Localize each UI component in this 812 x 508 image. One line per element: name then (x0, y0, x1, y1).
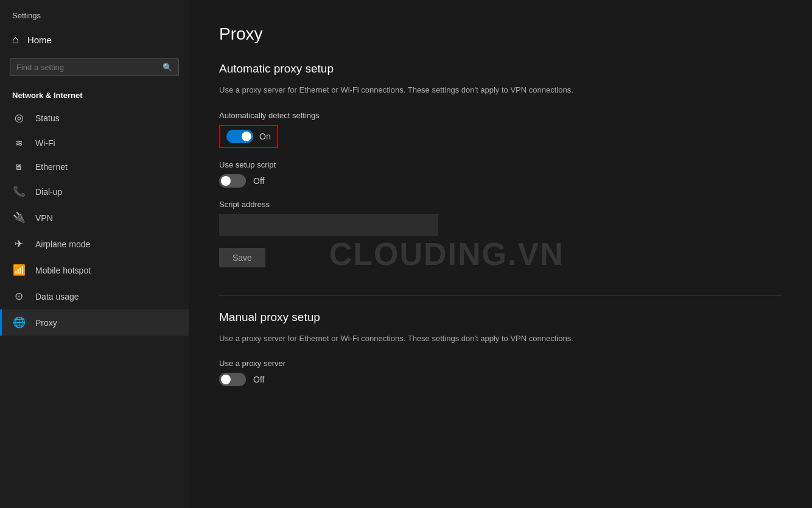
sidebar-item-label: Status (35, 113, 60, 123)
sidebar-home-item[interactable]: ⌂ Home (0, 26, 189, 54)
use-proxy-label: Use a proxy server (219, 359, 782, 368)
auto-detect-toggle[interactable] (226, 130, 253, 143)
use-proxy-toggle[interactable] (219, 373, 246, 386)
setup-script-row: Use setup script Off (219, 160, 782, 188)
home-icon: ⌂ (12, 34, 19, 46)
setup-script-toggle-row: Off (219, 174, 782, 188)
script-address-input[interactable] (219, 214, 438, 236)
sidebar-item-hotspot[interactable]: 📶 Mobile hotspot (0, 257, 189, 283)
dialup-icon: 📞 (12, 185, 26, 198)
search-icon: 🔍 (163, 63, 172, 72)
auto-detect-state: On (259, 132, 271, 141)
auto-section-title: Automatic proxy setup (219, 62, 782, 76)
sidebar-item-datausage[interactable]: ⊙ Data usage (0, 283, 189, 309)
auto-detect-highlight: On (219, 125, 278, 148)
manual-section-desc: Use a proxy server for Ethernet or Wi-Fi… (219, 333, 584, 345)
airplane-icon: ✈ (12, 238, 26, 250)
sidebar-item-label: VPN (35, 213, 53, 223)
script-address-row: Script address (219, 200, 782, 236)
sidebar-item-label: Proxy (35, 318, 57, 328)
search-bar: 🔍 (10, 58, 179, 76)
manual-section-title: Manual proxy setup (219, 311, 782, 324)
sidebar-item-label: Airplane mode (35, 239, 90, 249)
sidebar-item-wifi[interactable]: ≋ Wi-Fi (0, 131, 189, 155)
vpn-icon: 🔌 (12, 211, 26, 224)
sidebar-item-dialup[interactable]: 📞 Dial-up (0, 178, 189, 205)
hotspot-icon: 📶 (12, 264, 26, 277)
main-content: Proxy Automatic proxy setup Use a proxy … (189, 0, 812, 508)
sidebar-item-proxy[interactable]: 🌐 Proxy (0, 309, 189, 336)
setup-script-toggle[interactable] (219, 174, 246, 188)
sidebar-item-airplane[interactable]: ✈ Airplane mode (0, 231, 189, 257)
proxy-icon: 🌐 (12, 316, 26, 329)
use-proxy-state: Off (253, 375, 264, 384)
auto-section-desc: Use a proxy server for Ethernet or Wi-Fi… (219, 84, 584, 96)
sidebar: Settings ⌂ Home 🔍 Network & Internet ◎ S… (0, 0, 189, 508)
home-label: Home (27, 35, 52, 45)
status-icon: ◎ (12, 111, 26, 124)
auto-detect-row: Automatically detect settings On (219, 111, 782, 148)
auto-detect-label: Automatically detect settings (219, 111, 782, 120)
sidebar-item-label: Wi-Fi (35, 138, 55, 148)
sidebar-item-label: Ethernet (35, 162, 68, 172)
ethernet-icon: 🖥 (12, 162, 26, 172)
sidebar-item-ethernet[interactable]: 🖥 Ethernet (0, 155, 189, 178)
sidebar-item-label: Data usage (35, 292, 79, 302)
save-button[interactable]: Save (219, 248, 265, 267)
page-title: Proxy (219, 24, 782, 44)
sidebar-item-status[interactable]: ◎ Status (0, 105, 189, 131)
sidebar-item-label: Mobile hotspot (35, 266, 91, 275)
sidebar-section-title: Network & Internet (0, 85, 189, 105)
settings-title: Settings (0, 0, 189, 26)
script-address-label: Script address (219, 200, 782, 209)
use-proxy-toggle-row: Off (219, 373, 782, 386)
search-input[interactable] (16, 63, 163, 72)
wifi-icon: ≋ (12, 138, 26, 149)
section-divider (219, 295, 782, 296)
use-proxy-row: Use a proxy server Off (219, 359, 782, 386)
datausage-icon: ⊙ (12, 290, 26, 303)
setup-script-state: Off (253, 176, 264, 186)
sidebar-item-vpn[interactable]: 🔌 VPN (0, 205, 189, 231)
setup-script-label: Use setup script (219, 160, 782, 169)
sidebar-item-label: Dial-up (35, 187, 62, 197)
